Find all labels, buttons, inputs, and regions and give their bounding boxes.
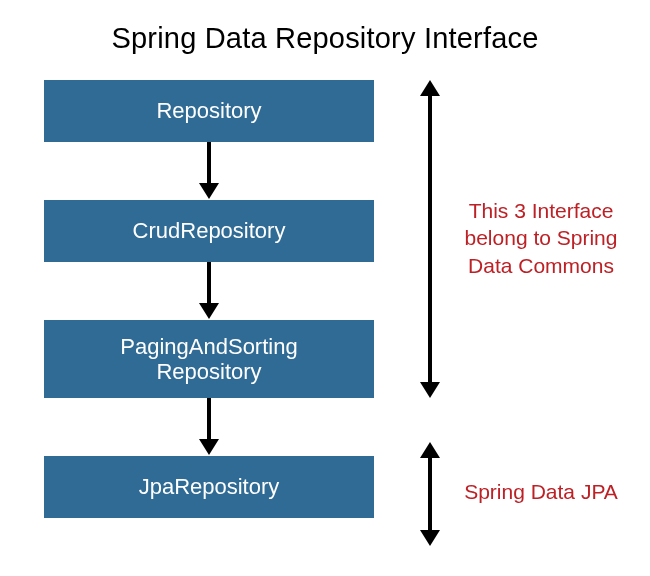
- annotation-commons-line1: This 3 Interface: [469, 199, 614, 222]
- paging-line1: PagingAndSorting: [120, 334, 297, 359]
- box-repository: Repository: [44, 80, 374, 142]
- box-jpa-repository-label: JpaRepository: [139, 474, 280, 499]
- arrow-down-icon: [205, 262, 213, 319]
- box-paging-sorting-repository-label: PagingAndSorting Repository: [120, 334, 297, 385]
- annotation-jpa: Spring Data JPA: [456, 478, 626, 505]
- annotation-commons-line3: Data Commons: [468, 254, 614, 277]
- annotation-commons: This 3 Interface belong to Spring Data C…: [456, 197, 626, 279]
- box-repository-label: Repository: [156, 98, 261, 123]
- box-paging-sorting-repository: PagingAndSorting Repository: [44, 320, 374, 398]
- paging-line2: Repository: [156, 359, 261, 384]
- box-crud-repository-label: CrudRepository: [133, 218, 286, 243]
- box-crud-repository: CrudRepository: [44, 200, 374, 262]
- arrow-down-icon: [205, 142, 213, 199]
- diagram-title: Spring Data Repository Interface: [0, 22, 650, 55]
- annotation-commons-line2: belong to Spring: [465, 226, 618, 249]
- box-jpa-repository: JpaRepository: [44, 456, 374, 518]
- arrow-down-icon: [205, 398, 213, 455]
